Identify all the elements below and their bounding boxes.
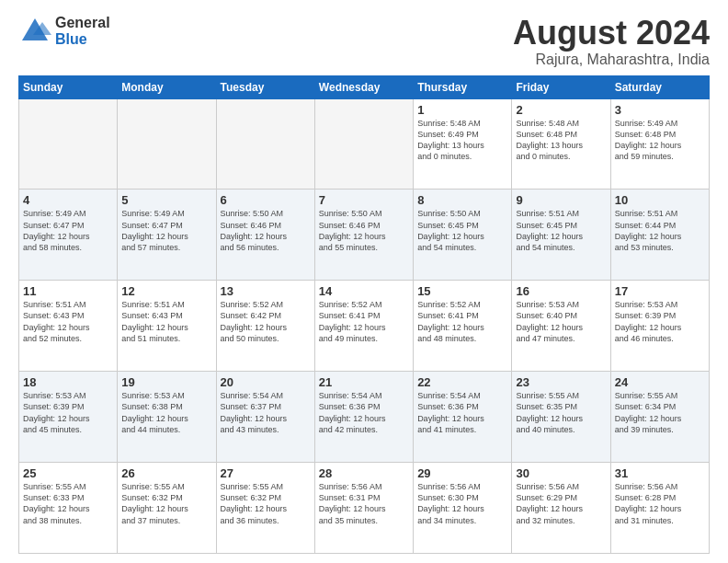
- day-info: Sunrise: 5:52 AM Sunset: 6:41 PM Dayligh…: [417, 299, 507, 344]
- calendar-header-thursday: Thursday: [414, 75, 512, 98]
- week-row-3: 11Sunrise: 5:51 AM Sunset: 6:43 PM Dayli…: [19, 281, 710, 372]
- day-info: Sunrise: 5:55 AM Sunset: 6:35 PM Dayligh…: [516, 390, 606, 435]
- day-number: 16: [516, 284, 606, 298]
- day-info: Sunrise: 5:48 AM Sunset: 6:48 PM Dayligh…: [516, 118, 606, 163]
- day-number: 14: [319, 284, 409, 298]
- day-number: 22: [417, 375, 507, 389]
- calendar-cell: 26Sunrise: 5:55 AM Sunset: 6:32 PM Dayli…: [118, 463, 216, 554]
- calendar-cell: 17Sunrise: 5:53 AM Sunset: 6:39 PM Dayli…: [610, 281, 709, 372]
- day-info: Sunrise: 5:56 AM Sunset: 6:31 PM Dayligh…: [319, 481, 409, 526]
- calendar-header-wednesday: Wednesday: [314, 75, 413, 98]
- day-number: 29: [417, 466, 507, 480]
- day-number: 7: [319, 193, 409, 207]
- day-number: 13: [221, 284, 311, 298]
- day-info: Sunrise: 5:53 AM Sunset: 6:38 PM Dayligh…: [121, 390, 211, 435]
- calendar-header-tuesday: Tuesday: [216, 75, 314, 98]
- calendar-cell: 31Sunrise: 5:56 AM Sunset: 6:28 PM Dayli…: [610, 463, 709, 554]
- calendar-header-row: SundayMondayTuesdayWednesdayThursdayFrid…: [19, 75, 710, 98]
- day-info: Sunrise: 5:49 AM Sunset: 6:48 PM Dayligh…: [615, 118, 705, 163]
- calendar-cell: 5Sunrise: 5:49 AM Sunset: 6:47 PM Daylig…: [118, 190, 216, 281]
- day-info: Sunrise: 5:53 AM Sunset: 6:39 PM Dayligh…: [23, 390, 113, 435]
- day-number: 30: [516, 466, 606, 480]
- day-number: 12: [121, 284, 211, 298]
- logo: General Blue: [18, 15, 110, 48]
- day-info: Sunrise: 5:55 AM Sunset: 6:33 PM Dayligh…: [23, 481, 113, 526]
- calendar-cell: 11Sunrise: 5:51 AM Sunset: 6:43 PM Dayli…: [19, 281, 118, 372]
- page: General Blue August 2024 Rajura, Maharas…: [0, 0, 728, 563]
- day-number: 23: [516, 375, 606, 389]
- logo-line1: General: [55, 15, 110, 31]
- week-row-4: 18Sunrise: 5:53 AM Sunset: 6:39 PM Dayli…: [19, 372, 710, 463]
- day-info: Sunrise: 5:54 AM Sunset: 6:36 PM Dayligh…: [417, 390, 507, 435]
- day-number: 31: [615, 466, 705, 480]
- day-info: Sunrise: 5:49 AM Sunset: 6:47 PM Dayligh…: [23, 208, 113, 253]
- day-info: Sunrise: 5:48 AM Sunset: 6:49 PM Dayligh…: [417, 118, 507, 163]
- calendar-cell: 24Sunrise: 5:55 AM Sunset: 6:34 PM Dayli…: [610, 372, 709, 463]
- calendar-cell: 25Sunrise: 5:55 AM Sunset: 6:33 PM Dayli…: [19, 463, 118, 554]
- week-row-2: 4Sunrise: 5:49 AM Sunset: 6:47 PM Daylig…: [19, 190, 710, 281]
- day-number: 21: [319, 375, 409, 389]
- day-info: Sunrise: 5:56 AM Sunset: 6:30 PM Dayligh…: [417, 481, 507, 526]
- calendar-cell: [19, 98, 118, 190]
- calendar-cell: 3Sunrise: 5:49 AM Sunset: 6:48 PM Daylig…: [610, 98, 709, 190]
- calendar-cell: 7Sunrise: 5:50 AM Sunset: 6:46 PM Daylig…: [314, 190, 413, 281]
- calendar-table: SundayMondayTuesdayWednesdayThursdayFrid…: [18, 75, 710, 554]
- day-info: Sunrise: 5:55 AM Sunset: 6:32 PM Dayligh…: [221, 481, 311, 526]
- calendar-cell: 10Sunrise: 5:51 AM Sunset: 6:44 PM Dayli…: [610, 190, 709, 281]
- day-number: 26: [121, 466, 211, 480]
- calendar-header-saturday: Saturday: [610, 75, 709, 98]
- title-block: August 2024 Rajura, Maharashtra, India: [513, 15, 710, 68]
- day-info: Sunrise: 5:50 AM Sunset: 6:46 PM Dayligh…: [319, 208, 409, 253]
- day-number: 10: [615, 193, 705, 207]
- day-number: 24: [615, 375, 705, 389]
- calendar-cell: 6Sunrise: 5:50 AM Sunset: 6:46 PM Daylig…: [216, 190, 314, 281]
- day-number: 18: [23, 375, 113, 389]
- header: General Blue August 2024 Rajura, Maharas…: [18, 15, 710, 68]
- calendar-cell: 14Sunrise: 5:52 AM Sunset: 6:41 PM Dayli…: [314, 281, 413, 372]
- calendar-cell: 16Sunrise: 5:53 AM Sunset: 6:40 PM Dayli…: [512, 281, 610, 372]
- day-number: 25: [23, 466, 113, 480]
- calendar-cell: 2Sunrise: 5:48 AM Sunset: 6:48 PM Daylig…: [512, 98, 610, 190]
- day-info: Sunrise: 5:56 AM Sunset: 6:29 PM Dayligh…: [516, 481, 606, 526]
- calendar-cell: 23Sunrise: 5:55 AM Sunset: 6:35 PM Dayli…: [512, 372, 610, 463]
- day-info: Sunrise: 5:55 AM Sunset: 6:32 PM Dayligh…: [121, 481, 211, 526]
- calendar-cell: 21Sunrise: 5:54 AM Sunset: 6:36 PM Dayli…: [314, 372, 413, 463]
- day-number: 8: [417, 193, 507, 207]
- day-info: Sunrise: 5:54 AM Sunset: 6:36 PM Dayligh…: [319, 390, 409, 435]
- day-number: 4: [23, 193, 113, 207]
- day-number: 11: [23, 284, 113, 298]
- calendar-cell: 27Sunrise: 5:55 AM Sunset: 6:32 PM Dayli…: [216, 463, 314, 554]
- day-info: Sunrise: 5:51 AM Sunset: 6:43 PM Dayligh…: [23, 299, 113, 344]
- day-number: 15: [417, 284, 507, 298]
- calendar-cell: [118, 98, 216, 190]
- day-info: Sunrise: 5:52 AM Sunset: 6:41 PM Dayligh…: [319, 299, 409, 344]
- calendar-header-monday: Monday: [118, 75, 216, 98]
- calendar-cell: 30Sunrise: 5:56 AM Sunset: 6:29 PM Dayli…: [512, 463, 610, 554]
- day-number: 20: [221, 375, 311, 389]
- day-info: Sunrise: 5:53 AM Sunset: 6:39 PM Dayligh…: [615, 299, 705, 344]
- calendar-cell: 15Sunrise: 5:52 AM Sunset: 6:41 PM Dayli…: [414, 281, 512, 372]
- calendar-cell: 4Sunrise: 5:49 AM Sunset: 6:47 PM Daylig…: [19, 190, 118, 281]
- day-number: 19: [121, 375, 211, 389]
- calendar-cell: 8Sunrise: 5:50 AM Sunset: 6:45 PM Daylig…: [414, 190, 512, 281]
- day-number: 3: [615, 103, 705, 117]
- calendar-cell: 13Sunrise: 5:52 AM Sunset: 6:42 PM Dayli…: [216, 281, 314, 372]
- logo-icon: [18, 15, 51, 48]
- calendar-cell: 29Sunrise: 5:56 AM Sunset: 6:30 PM Dayli…: [414, 463, 512, 554]
- day-info: Sunrise: 5:50 AM Sunset: 6:46 PM Dayligh…: [221, 208, 311, 253]
- day-info: Sunrise: 5:51 AM Sunset: 6:44 PM Dayligh…: [615, 208, 705, 253]
- calendar-cell: 20Sunrise: 5:54 AM Sunset: 6:37 PM Dayli…: [216, 372, 314, 463]
- day-number: 28: [319, 466, 409, 480]
- day-info: Sunrise: 5:51 AM Sunset: 6:43 PM Dayligh…: [121, 299, 211, 344]
- page-subtitle: Rajura, Maharashtra, India: [513, 52, 710, 68]
- day-info: Sunrise: 5:55 AM Sunset: 6:34 PM Dayligh…: [615, 390, 705, 435]
- day-number: 1: [417, 103, 507, 117]
- calendar-cell: 19Sunrise: 5:53 AM Sunset: 6:38 PM Dayli…: [118, 372, 216, 463]
- day-number: 9: [516, 193, 606, 207]
- week-row-5: 25Sunrise: 5:55 AM Sunset: 6:33 PM Dayli…: [19, 463, 710, 554]
- day-info: Sunrise: 5:51 AM Sunset: 6:45 PM Dayligh…: [516, 208, 606, 253]
- calendar-header-friday: Friday: [512, 75, 610, 98]
- day-number: 27: [221, 466, 311, 480]
- day-info: Sunrise: 5:50 AM Sunset: 6:45 PM Dayligh…: [417, 208, 507, 253]
- day-info: Sunrise: 5:54 AM Sunset: 6:37 PM Dayligh…: [221, 390, 311, 435]
